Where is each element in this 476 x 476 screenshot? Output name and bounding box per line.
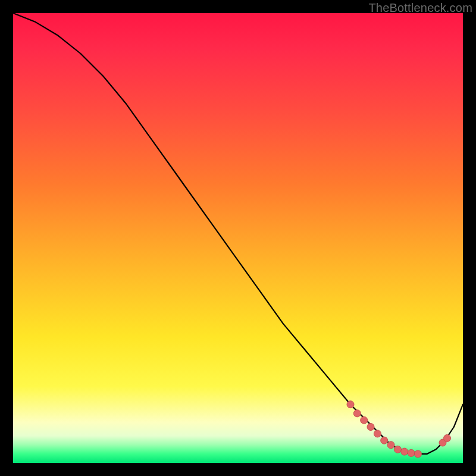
highlight-dot bbox=[408, 449, 415, 456]
highlight-dot bbox=[414, 450, 421, 458]
highlight-dot bbox=[387, 441, 394, 449]
bottleneck-curve bbox=[13, 13, 463, 454]
highlight-dot bbox=[367, 424, 374, 431]
highlight-dot bbox=[381, 437, 388, 444]
plot-area bbox=[13, 13, 463, 463]
highlight-dot bbox=[347, 401, 354, 408]
highlight-dot bbox=[353, 410, 361, 417]
highlight-dots bbox=[347, 401, 451, 458]
highlight-dot bbox=[401, 448, 408, 455]
highlight-dot bbox=[394, 446, 401, 453]
curve-layer bbox=[13, 13, 463, 463]
chart-stage: TheBottleneck.com bbox=[0, 0, 476, 476]
highlight-dot bbox=[361, 416, 368, 424]
highlight-dot bbox=[374, 430, 381, 437]
highlight-dot bbox=[444, 434, 451, 441]
